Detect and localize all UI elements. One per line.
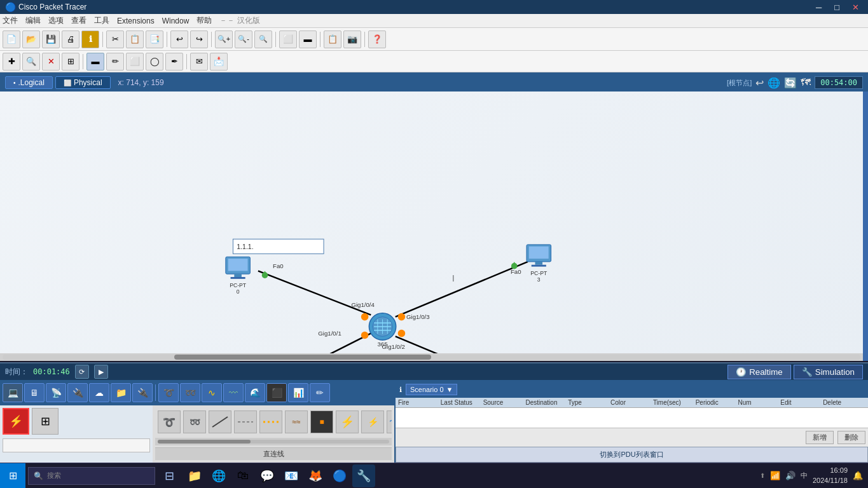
menu-tools[interactable]: 工具 [94,15,109,26]
network-icon[interactable]: 📶 [770,471,780,480]
globe-button[interactable]: 🌐 [768,77,780,89]
note-button[interactable]: ✉ [190,53,208,71]
cable-hscroll[interactable] [155,438,392,445]
show-desktop-arrow[interactable]: ⬆ [760,472,765,479]
zoom-in-button[interactable]: 🔍+ [215,30,233,48]
cable-icon-7[interactable]: ■ [310,410,333,433]
cluster-button[interactable]: 🔄 [784,77,797,89]
cable-icon-8[interactable]: ⚡ [336,410,359,433]
redo-button[interactable]: ↪ [190,30,208,48]
menu-extensions[interactable]: Extensions [117,17,155,25]
cable-fiber-button[interactable]: ∿ [202,383,222,402]
physical-mode-button[interactable]: ⬜ Physical [55,76,111,89]
realtime-button[interactable]: 🕐 Realtime [727,365,791,379]
cable-auto-button[interactable]: ✏ [310,383,330,402]
taskbar-app-firefox[interactable]: 🦊 [304,464,327,487]
device-search-input[interactable] [3,438,150,452]
print-button[interactable]: 🖨 [62,30,79,48]
device-phone-button[interactable]: 🔌 [132,383,153,402]
menu-help[interactable]: 帮助 [196,15,212,26]
delete-pdu-button[interactable]: 删除 [837,431,865,444]
device-pc-button[interactable]: 💻 [3,383,23,402]
taskbar-app-folder[interactable]: 📁 [183,464,206,487]
note2-button[interactable]: 📩 [210,53,228,71]
taskbar-app-store[interactable]: 🛍 [231,464,254,487]
cable-scroll[interactable]: ➰ ➿ ≈≈ ■ [155,408,392,436]
paste-button[interactable]: 📑 [146,30,163,48]
add-pdu-button[interactable]: 新增 [806,431,834,444]
undo-button[interactable]: ↩ [170,30,188,48]
expand-button[interactable]: ⊞ [62,53,79,71]
switch-pdu-view-button[interactable]: 切换到PDU列表窗口 [396,447,868,463]
cable-coax-button[interactable]: ⬛ [266,383,287,402]
search-bar[interactable]: 🔍 搜索 [28,467,155,485]
zoom-out-button[interactable]: 🔍- [235,30,252,48]
close-button[interactable]: ✕ [848,3,863,12]
search-button[interactable]: 🔍 [22,53,40,71]
taskbar-app-cisco[interactable]: 🔧 [352,464,375,487]
cut-button[interactable]: ✂ [106,30,124,48]
reset-time-button[interactable]: ⟳ [75,365,89,379]
cable-serial-button[interactable]: 〰 [223,383,244,402]
open-button[interactable]: 📂 [22,30,40,48]
canvas-area[interactable]: 1.1.1. Fa0 [0,92,868,361]
menu-view[interactable]: 查看 [71,15,86,26]
cable-icon-5[interactable] [259,410,282,433]
minimize-button[interactable]: ─ [812,3,825,12]
draw-button[interactable]: ✏ [106,53,124,71]
cable-phone-button[interactable]: 🌊 [245,383,265,402]
menu-edit[interactable]: 编辑 [25,15,41,26]
scenario-dropdown[interactable]: Scenario 0 ▼ [406,384,457,395]
pc-category-icon[interactable]: ⚡ [3,408,29,435]
play-button[interactable]: ▶ [94,365,108,379]
cable-icon-6[interactable]: ≈≈ [285,410,308,433]
device-hub-button[interactable]: 📡 [46,383,66,402]
taskbar-app-teams[interactable]: 💬 [256,464,279,487]
taskbar-app-mail[interactable]: 📧 [280,464,303,487]
rectangle-button[interactable]: ⬜ [126,53,144,71]
simulation-button[interactable]: 🔧 Simulation [794,365,863,379]
delete-button[interactable]: ✕ [42,53,60,71]
map-button[interactable]: 🗺 [801,77,811,88]
cable-icon-9[interactable]: ⚡ [361,410,384,433]
cable-icon-10[interactable]: 〜〜 [387,410,392,433]
volume-icon[interactable]: 🔊 [785,471,796,480]
cable-straight-button[interactable]: ➰ [158,383,179,402]
cable-icon-3[interactable] [209,410,231,433]
taskview-button[interactable]: ⊟ [158,464,181,487]
cable-icon-1[interactable]: ➰ [158,410,181,433]
new-button[interactable]: 📄 [3,30,20,48]
maximize-button[interactable]: □ [830,3,843,12]
select-all-button[interactable]: ✚ [3,53,20,71]
zoom-fit-button[interactable]: 🔍 [254,30,272,48]
menu-window[interactable]: Window [162,17,189,25]
right-resize-handle[interactable] [863,92,868,361]
cable-icon-2[interactable]: ➿ [183,410,206,433]
menu-options[interactable]: 选项 [48,15,64,26]
clipboard-button[interactable]: 📋 [324,30,341,48]
taskbar-app-chrome[interactable]: 🔵 [328,464,351,487]
cable-custom-button[interactable]: 📊 [288,383,308,402]
language-indicator[interactable]: 中 [801,471,808,480]
device-server-button[interactable]: 🖥 [24,383,45,402]
help-button[interactable]: ❓ [368,30,386,48]
info-button[interactable]: ℹ [81,30,99,48]
cable-icon-4[interactable] [234,410,257,433]
canvas-hscroll[interactable] [0,353,863,361]
pen-button[interactable]: ✒ [165,53,183,71]
switch-category-icon[interactable]: ⊞ [32,408,59,435]
save-button[interactable]: 💾 [42,30,60,48]
device-wireless-button[interactable]: 📁 [111,383,131,402]
ellipse-button[interactable]: ◯ [146,53,163,71]
notification-button[interactable]: 🔔 [853,471,863,480]
select-button[interactable]: ▬ [86,53,104,71]
screenshot-button[interactable]: 📷 [343,30,361,48]
start-button[interactable]: ⊞ [0,463,25,489]
device-switch-button[interactable]: 🔌 [67,383,88,402]
copy-button[interactable]: 📋 [126,30,144,48]
back-button[interactable]: ↩ [755,77,764,89]
line-button[interactable]: ▬ [299,30,317,48]
taskbar-app-edge[interactable]: 🌐 [207,464,230,487]
logical-mode-button[interactable]: • .Logical [5,76,53,89]
menu-file[interactable]: 文件 [3,15,18,26]
